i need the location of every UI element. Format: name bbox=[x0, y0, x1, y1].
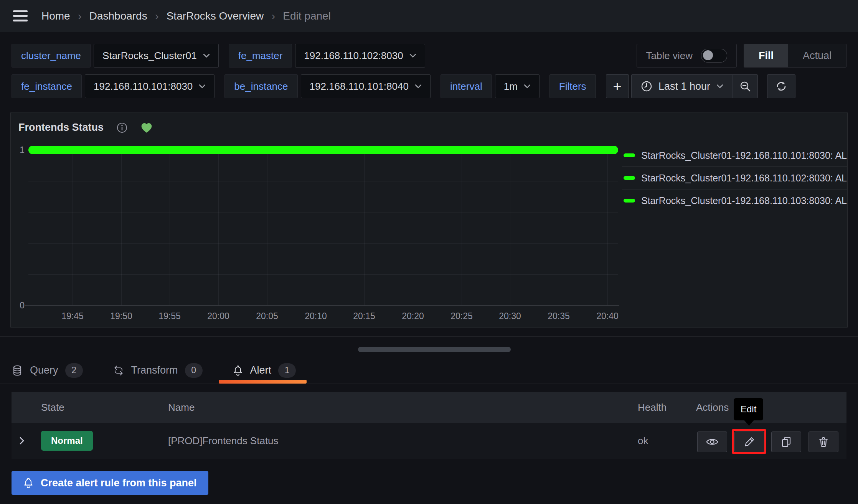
variable-label: interval bbox=[441, 74, 492, 98]
time-picker-group: Last 1 hour bbox=[631, 74, 758, 98]
zoom-out-button[interactable] bbox=[733, 75, 757, 98]
alert-rule-name: [PROD]Frontends Status bbox=[168, 435, 279, 447]
table-view-control: Table view bbox=[637, 44, 737, 68]
series-color-dash-icon bbox=[624, 176, 635, 180]
view-button[interactable] bbox=[697, 432, 727, 452]
x-axis-tick: 19:50 bbox=[100, 311, 142, 321]
breadcrumb-dashboard-name[interactable]: StarRocks Overview bbox=[167, 10, 264, 22]
variables-row-1: cluster_name StarRocks_Cluster01 fe_mast… bbox=[12, 44, 425, 68]
x-axis-tick: 20:10 bbox=[295, 311, 337, 321]
refresh-button[interactable] bbox=[767, 74, 795, 98]
alert-health-value: ok bbox=[638, 435, 648, 447]
column-state: State bbox=[41, 402, 64, 413]
variable-value-dropdown[interactable]: 1m bbox=[495, 74, 540, 98]
time-range-label: Last 1 hour bbox=[658, 81, 710, 92]
legend-item[interactable]: StarRocks_Cluster01-192.168.110.101:8030… bbox=[622, 144, 848, 166]
x-axis-tick: 20:05 bbox=[246, 311, 288, 321]
top-nav: Home › Dashboards › StarRocks Overview ›… bbox=[0, 0, 858, 32]
chevron-right-icon: › bbox=[155, 10, 159, 23]
info-icon[interactable] bbox=[117, 122, 127, 133]
trash-icon bbox=[818, 436, 829, 448]
variable-label: cluster_name bbox=[12, 44, 91, 68]
tab-label: Transform bbox=[131, 364, 178, 376]
tab-transform[interactable]: Transform 0 bbox=[113, 357, 203, 384]
breadcrumb-dashboards[interactable]: Dashboards bbox=[89, 10, 147, 22]
edit-button[interactable] bbox=[734, 432, 764, 452]
variable-value-dropdown[interactable]: 192.168.110.102:8030 bbox=[295, 44, 425, 68]
create-alert-rule-button[interactable]: Create alert rule from this panel bbox=[12, 471, 208, 495]
chevron-down-icon bbox=[203, 53, 210, 58]
table-view-label: Table view bbox=[646, 50, 693, 62]
editor-tabs: Query 2 Transform 0 Alert 1 bbox=[12, 357, 296, 384]
y-axis-tick: 0 bbox=[11, 300, 25, 311]
variable-fe-master: fe_master 192.168.110.102:8030 bbox=[229, 44, 425, 68]
table-row: Normal [PROD]Frontends Status ok bbox=[12, 423, 846, 459]
expand-row-chevron-icon[interactable] bbox=[18, 436, 25, 445]
x-axis-tick: 20:25 bbox=[441, 311, 483, 321]
x-axis-tick: 20:30 bbox=[489, 311, 531, 321]
active-tab-underline bbox=[219, 380, 307, 384]
copy-button[interactable] bbox=[771, 432, 801, 452]
tab-query[interactable]: Query 2 bbox=[12, 357, 83, 384]
variable-interval: interval 1m bbox=[441, 74, 540, 98]
bell-icon bbox=[233, 365, 243, 376]
chevron-right-icon: › bbox=[271, 10, 275, 23]
column-health: Health bbox=[638, 402, 667, 413]
variable-cluster-name: cluster_name StarRocks_Cluster01 bbox=[12, 44, 219, 68]
refresh-icon bbox=[775, 80, 787, 92]
alert-rules-table: State Name Health Actions Normal [PROD]F… bbox=[12, 392, 846, 459]
pane-resize-handle[interactable] bbox=[358, 347, 511, 352]
panel-header: Frontends Status bbox=[18, 122, 153, 133]
transform-icon bbox=[113, 365, 124, 376]
variable-value-dropdown[interactable]: 192.168.110.101:8040 bbox=[301, 74, 431, 98]
variables-row-2: fe_instance 192.168.110.101:8030 be_inst… bbox=[12, 74, 629, 98]
legend-item[interactable]: StarRocks_Cluster01-192.168.110.102:8030… bbox=[622, 166, 848, 189]
actual-option[interactable]: Actual bbox=[788, 44, 846, 67]
x-axis-tick: 19:55 bbox=[148, 311, 191, 321]
tab-alert[interactable]: Alert 1 bbox=[233, 357, 296, 384]
database-icon bbox=[12, 365, 23, 376]
variable-label: fe_master bbox=[229, 44, 292, 68]
breadcrumb-home[interactable]: Home bbox=[41, 10, 70, 22]
delete-button[interactable] bbox=[808, 432, 838, 452]
chevron-right-icon: › bbox=[78, 10, 82, 23]
chevron-down-icon bbox=[199, 84, 206, 89]
mega-menu-icon[interactable] bbox=[13, 10, 28, 21]
pane-size-segmented-control: Fill Actual bbox=[744, 44, 846, 68]
tab-count-badge: 1 bbox=[278, 363, 296, 378]
create-alert-rule-label: Create alert rule from this panel bbox=[41, 477, 197, 489]
bell-icon bbox=[23, 477, 34, 489]
filters-button[interactable]: Filters bbox=[549, 74, 596, 98]
legend-item[interactable]: StarRocks_Cluster01-192.168.110.103:8030… bbox=[622, 189, 848, 212]
plus-icon: + bbox=[613, 78, 622, 95]
variable-label: fe_instance bbox=[12, 74, 82, 98]
fill-option[interactable]: Fill bbox=[744, 44, 788, 67]
table-header: State Name Health Actions bbox=[12, 392, 846, 423]
series-line-alive bbox=[28, 146, 618, 154]
variable-value-dropdown[interactable]: StarRocks_Cluster01 bbox=[94, 44, 219, 68]
edit-tooltip-caret bbox=[744, 420, 754, 426]
alert-health-heart-icon bbox=[140, 122, 153, 133]
chevron-down-icon bbox=[524, 84, 531, 89]
tab-count-badge: 2 bbox=[65, 363, 83, 378]
zoom-out-icon bbox=[739, 81, 751, 92]
variable-value-text: 192.168.110.101:8030 bbox=[94, 81, 193, 92]
x-axis-tick: 20:00 bbox=[197, 311, 239, 321]
chevron-down-icon bbox=[716, 84, 723, 89]
copy-icon bbox=[780, 436, 792, 448]
series-color-dash-icon bbox=[624, 153, 635, 157]
x-axis-tick: 19:45 bbox=[51, 311, 94, 321]
variable-fe-instance: fe_instance 192.168.110.101:8030 bbox=[12, 74, 214, 98]
variable-value-dropdown[interactable]: 192.168.110.101:8030 bbox=[85, 74, 214, 98]
legend-label: StarRocks_Cluster01-192.168.110.101:8030… bbox=[641, 150, 848, 161]
chevron-down-icon bbox=[409, 53, 416, 58]
column-name: Name bbox=[168, 402, 195, 413]
time-range-picker[interactable]: Last 1 hour bbox=[632, 75, 733, 98]
series-color-dash-icon bbox=[624, 199, 635, 203]
breadcrumb: Home › Dashboards › StarRocks Overview ›… bbox=[41, 10, 331, 23]
variable-be-instance: be_instance 192.168.110.101:8040 bbox=[224, 74, 431, 98]
x-axis-tick: 20:35 bbox=[538, 311, 580, 321]
add-filter-button[interactable]: + bbox=[606, 74, 629, 98]
table-view-toggle[interactable] bbox=[701, 49, 727, 63]
variable-value-text: 1m bbox=[504, 81, 518, 92]
